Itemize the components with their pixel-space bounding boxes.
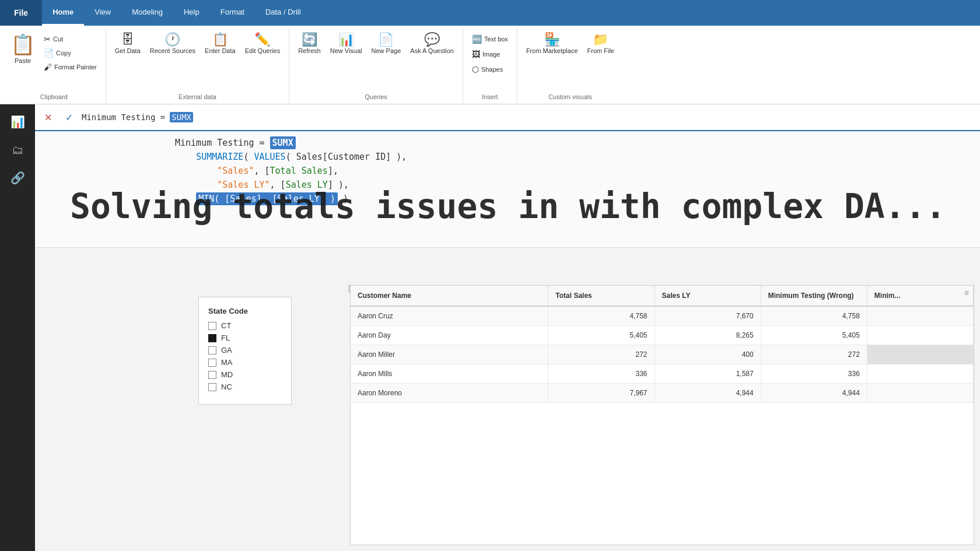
recent-sources-button[interactable]: 🕐 Recent Sources <box>146 30 200 58</box>
tab-help[interactable]: Help <box>173 0 210 26</box>
text-box-icon: 🔤 <box>472 34 482 44</box>
image-button[interactable]: 🖼 Image <box>468 48 512 61</box>
image-label: Image <box>482 51 501 58</box>
state-item-ga[interactable]: GA <box>208 346 282 355</box>
file-menu[interactable]: File <box>0 0 42 26</box>
td-ly-5: 4,944 <box>655 384 761 402</box>
tab-data-drill[interactable]: Data / Drill <box>255 0 312 26</box>
sidebar-report-icon[interactable]: 📊 <box>5 109 30 135</box>
td-min-wrong-1: 4,758 <box>761 307 867 325</box>
new-visual-button[interactable]: 📊 New Visual <box>326 30 366 58</box>
from-file-button[interactable]: 📁 From File <box>583 30 618 58</box>
col-header-total-sales: Total Sales <box>548 286 654 306</box>
state-checkbox-md[interactable] <box>208 371 216 379</box>
td-sales-3: 272 <box>548 345 654 364</box>
tab-home[interactable]: Home <box>42 0 84 26</box>
get-data-label: Get Data <box>115 47 141 55</box>
from-marketplace-button[interactable]: 🏪 From Marketplace <box>522 30 582 58</box>
td-customer-4: Aaron Mills <box>351 364 548 383</box>
shapes-icon: ⬡ <box>472 65 479 74</box>
td-min-2 <box>867 326 974 345</box>
table-row: Aaron Miller 272 400 272 <box>351 345 974 364</box>
ribbon: 📋 Paste ✂ Cut 📄 Copy 🖌 Format Painter <box>0 26 980 104</box>
state-item-ma[interactable]: MA <box>208 358 282 367</box>
col-header-sales-ly: Sales LY <box>655 286 761 306</box>
get-data-button[interactable]: 🗄 Get Data <box>111 30 145 58</box>
state-checkbox-ga[interactable] <box>208 346 216 355</box>
state-item-fl[interactable]: FL <box>208 334 282 342</box>
edit-queries-icon: ✏️ <box>254 33 270 46</box>
formula-content: Minimum Testing = SUMX <box>82 112 975 122</box>
paste-button[interactable]: 📋 Paste <box>7 30 38 66</box>
edit-queries-label: Edit Queries <box>245 47 281 55</box>
format-painter-button[interactable]: 🖌 Format Painter <box>40 61 101 73</box>
tab-modeling[interactable]: Modeling <box>121 0 173 26</box>
cut-button[interactable]: ✂ Cut <box>40 33 101 45</box>
col-header-min: Minim... <box>867 286 974 306</box>
td-ly-4: 1,587 <box>655 364 761 383</box>
ask-question-label: Ask A Question <box>410 47 454 55</box>
state-label-fl: FL <box>221 334 230 342</box>
from-file-label: From File <box>587 47 614 55</box>
recent-sources-icon: 🕐 <box>164 33 180 46</box>
dax-editor[interactable]: Minimum Testing = SUMX SUMMARIZE( VALUES… <box>35 131 980 248</box>
formula-confirm-button[interactable]: ✓ <box>61 109 77 125</box>
state-checkbox-nc[interactable] <box>208 383 216 391</box>
table-row: Aaron Cruz 4,758 7,670 4,758 <box>351 307 974 326</box>
td-sales-5: 7,967 <box>548 384 654 402</box>
paste-icon: 📋 <box>10 33 35 56</box>
cut-label: Cut <box>53 36 63 43</box>
text-box-label: Text box <box>484 36 508 43</box>
state-item-ct[interactable]: CT <box>208 321 282 330</box>
new-page-button[interactable]: 📄 New Page <box>368 30 405 58</box>
shapes-button[interactable]: ⬡ Shapes <box>468 63 512 76</box>
td-sales-4: 336 <box>548 364 654 383</box>
edit-queries-button[interactable]: ✏️ Edit Queries <box>241 30 285 58</box>
td-customer-3: Aaron Miller <box>351 345 548 364</box>
table-header-row: Customer Name Total Sales Sales LY Minim… <box>351 286 974 307</box>
new-page-label: New Page <box>372 47 401 55</box>
tab-view[interactable]: View <box>84 0 121 26</box>
state-label-ga: GA <box>221 346 232 355</box>
dax-line-1: Minimum Testing = SUMX <box>175 136 971 150</box>
state-label-ct: CT <box>221 321 231 330</box>
clipboard-label: Clipboard <box>7 90 101 104</box>
new-page-icon: 📄 <box>378 33 394 46</box>
sidebar-data-icon[interactable]: 🗂 <box>5 137 30 163</box>
tab-format[interactable]: Format <box>210 0 255 26</box>
enter-data-button[interactable]: 📋 Enter Data <box>201 30 240 58</box>
text-box-button[interactable]: 🔤 Text box <box>468 33 512 45</box>
insert-label: Insert <box>468 90 512 104</box>
cut-icon: ✂ <box>44 34 51 44</box>
refresh-button[interactable]: 🔄 Refresh <box>294 30 325 58</box>
custom-visuals-label: Custom visuals <box>522 90 618 104</box>
sidebar-model-icon[interactable]: 🔗 <box>5 165 30 191</box>
recent-sources-label: Recent Sources <box>150 47 195 55</box>
td-min-4 <box>867 364 974 383</box>
formula-cancel-button[interactable]: ✕ <box>40 109 56 125</box>
left-sidebar: 📊 🗂 🔗 <box>0 104 35 551</box>
copy-button[interactable]: 📄 Copy <box>40 47 101 59</box>
td-sales-2: 5,405 <box>548 326 654 345</box>
state-item-md[interactable]: MD <box>208 370 282 379</box>
from-marketplace-label: From Marketplace <box>526 47 578 55</box>
enter-data-label: Enter Data <box>205 47 236 55</box>
ask-question-icon: 💬 <box>424 33 440 46</box>
get-data-icon: 🗄 <box>121 33 134 46</box>
dax-line-3: "Sales", [Total Sales], <box>175 164 971 178</box>
ask-question-button[interactable]: 💬 Ask A Question <box>406 30 458 58</box>
state-filter: State Code CT FL GA MA MD <box>198 297 292 405</box>
enter-data-icon: 📋 <box>212 33 228 46</box>
state-item-nc[interactable]: NC <box>208 382 282 391</box>
td-ly-2: 8,265 <box>655 326 761 345</box>
insert-group: 🔤 Text box 🖼 Image ⬡ Shapes Insert <box>463 28 517 104</box>
data-table: ≡ Customer Name Total Sales Sales LY Min… <box>350 285 974 545</box>
state-checkbox-ma[interactable] <box>208 359 216 367</box>
state-checkbox-ct[interactable] <box>208 322 216 330</box>
shapes-label: Shapes <box>481 66 503 73</box>
state-checkbox-fl[interactable] <box>208 334 216 342</box>
copy-label: Copy <box>56 50 71 57</box>
table-menu-icon[interactable]: ≡ <box>964 288 969 297</box>
refresh-group: 🔄 Refresh 📊 New Visual 📄 New Page 💬 Ask … <box>289 28 463 104</box>
formula-bar: ✕ ✓ Minimum Testing = SUMX <box>35 104 980 131</box>
